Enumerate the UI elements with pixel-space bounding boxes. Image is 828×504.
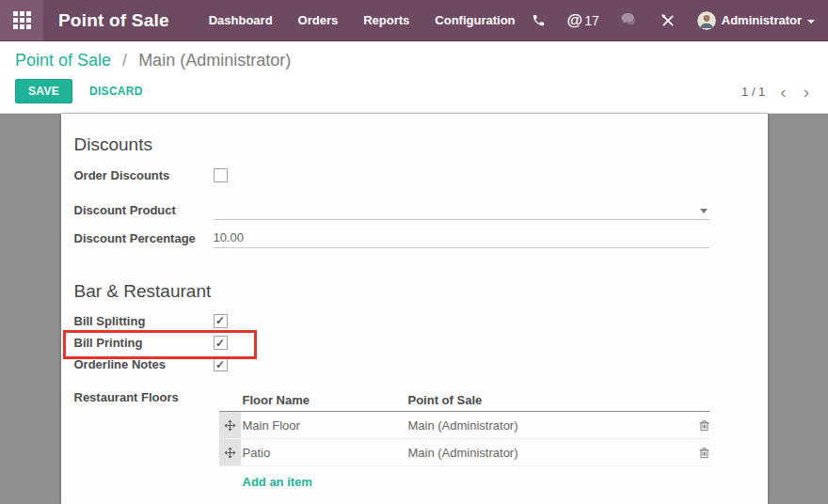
form-sheet: Discounts Order Discounts Discount Produ… [61, 114, 768, 504]
orderline-notes-checkbox[interactable]: ✓ [214, 357, 228, 371]
bill-splitting-label: Bill Splitting [74, 314, 214, 328]
cell-floor-name[interactable]: Main Floor [241, 418, 408, 433]
main-menu: Dashboard Orders Reports Configuration [209, 13, 516, 27]
discard-button[interactable]: DISCARD [89, 85, 143, 98]
pager-value: 1 / 1 [741, 85, 765, 99]
mention-count: 17 [584, 13, 599, 28]
pager: 1 / 1 ‹ › [741, 85, 811, 99]
add-an-item-link[interactable]: Add an item [243, 475, 312, 489]
menu-reports[interactable]: Reports [363, 13, 409, 27]
breadcrumb-parent-link[interactable]: Point of Sale [15, 51, 111, 70]
section-title-bar-restaurant: Bar & Restaurant [74, 281, 709, 302]
checkmark-icon: ✓ [215, 338, 225, 349]
bill-splitting-row: Bill Splitting ✓ [74, 309, 709, 332]
apps-menu-button[interactable] [0, 0, 43, 40]
breadcrumb-current: Main (Administrator) [138, 51, 291, 70]
discount-percentage-input[interactable]: 10.00 [214, 228, 709, 248]
user-menu[interactable]: Administrator [697, 11, 815, 30]
avatar [697, 11, 716, 30]
user-name: Administrator [722, 13, 802, 27]
caret-down-icon [807, 20, 815, 24]
handle-column-header [219, 388, 241, 411]
app-title[interactable]: Point of Sale [58, 10, 169, 31]
orderline-notes-row: Orderline Notes ✓ [74, 354, 709, 375]
cell-floor-name[interactable]: Patio [241, 446, 408, 460]
section-title-discounts: Discounts [74, 134, 709, 155]
table-row[interactable]: Patio Main (Administrator) [219, 439, 709, 466]
drag-handle-icon[interactable] [219, 439, 241, 465]
breadcrumb-separator: / [122, 51, 127, 70]
pager-next-icon[interactable]: › [802, 86, 811, 98]
navbar-systray: @ 17 Administrator [532, 11, 815, 30]
orderline-notes-label: Orderline Notes [74, 357, 214, 371]
checkmark-icon: ✓ [215, 315, 225, 326]
order-discounts-row: Order Discounts [74, 164, 709, 186]
control-panel-actions: SAVE DISCARD 1 / 1 ‹ › [15, 79, 813, 103]
table-row[interactable]: Main Floor Main (Administrator) [219, 412, 709, 439]
discount-percentage-label: Discount Percentage [74, 231, 214, 245]
content-background: Discounts Order Discounts Discount Produ… [0, 114, 828, 504]
phone-icon[interactable] [532, 13, 546, 27]
breadcrumb: Point of Sale / Main (Administrator) [15, 51, 813, 71]
column-header-floor-name[interactable]: Floor Name [241, 393, 408, 407]
drag-handle-icon[interactable] [219, 412, 241, 438]
cell-point-of-sale[interactable]: Main (Administrator) [408, 418, 689, 433]
app-window: Point of Sale Dashboard Orders Reports C… [0, 0, 828, 504]
discount-percentage-row: Discount Percentage 10.00 [74, 226, 709, 250]
restaurant-floors-label: Restaurant Floors [74, 388, 214, 404]
chat-icon[interactable] [621, 13, 639, 27]
menu-dashboard[interactable]: Dashboard [209, 13, 273, 27]
cell-point-of-sale[interactable]: Main (Administrator) [408, 446, 689, 460]
order-discounts-label: Order Discounts [74, 168, 214, 182]
mention-counter[interactable]: @ 17 [567, 11, 599, 30]
save-button[interactable]: SAVE [15, 79, 72, 103]
top-navbar: Point of Sale Dashboard Orders Reports C… [0, 0, 828, 41]
bill-printing-label: Bill Printing [74, 336, 214, 350]
restaurant-floors-table: Floor Name Point of Sale Main Floor Main… [219, 388, 709, 490]
column-header-point-of-sale[interactable]: Point of Sale [408, 393, 689, 407]
apps-grid-icon [13, 11, 31, 29]
table-header: Floor Name Point of Sale [219, 388, 709, 412]
trash-icon[interactable] [689, 447, 709, 459]
discount-product-label: Discount Product [74, 203, 214, 217]
pager-prev-icon[interactable]: ‹ [778, 86, 788, 98]
menu-orders[interactable]: Orders [298, 13, 339, 27]
dropdown-caret-icon[interactable] [700, 209, 708, 213]
menu-configuration[interactable]: Configuration [435, 13, 515, 27]
bill-printing-checkbox[interactable]: ✓ [214, 336, 228, 350]
at-icon: @ [567, 11, 583, 30]
checkmark-icon: ✓ [215, 359, 225, 370]
discount-product-row: Discount Product [74, 197, 709, 222]
discount-percentage-value: 10.00 [214, 230, 245, 247]
discount-product-input[interactable] [214, 199, 709, 220]
tools-icon[interactable] [661, 13, 676, 28]
bill-printing-row: Bill Printing ✓ [74, 332, 709, 354]
order-discounts-checkbox[interactable] [214, 168, 228, 182]
trash-icon[interactable] [689, 419, 709, 432]
control-panel: Point of Sale / Main (Administrator) SAV… [0, 41, 828, 114]
bill-splitting-checkbox[interactable]: ✓ [214, 314, 228, 328]
restaurant-floors-row: Restaurant Floors Floor Name Point of Sa… [74, 388, 709, 490]
